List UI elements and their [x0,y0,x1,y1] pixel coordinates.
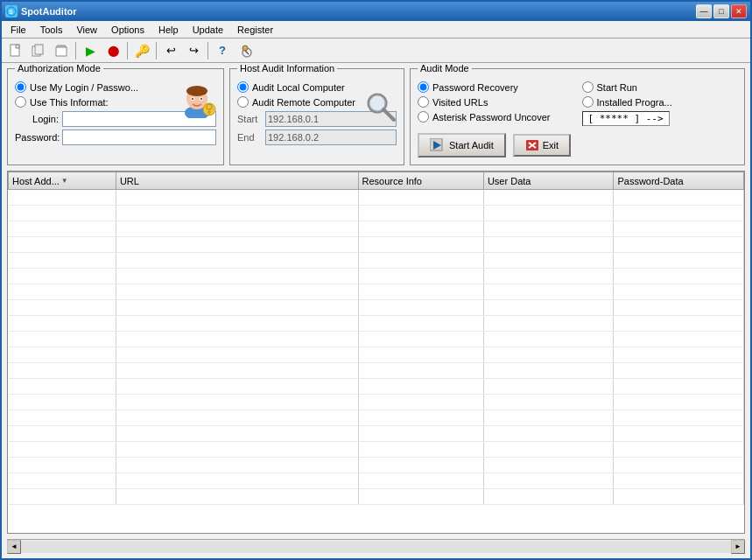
col-header-hostaddr[interactable]: Host Add... ▼ [9,172,116,190]
menu-bar: FileToolsViewOptionsHelpUpdateRegister [2,21,750,38]
svg-text:S: S [9,9,13,15]
auth-radio-thisinfo-input[interactable] [15,96,26,108]
audit-mode-title: Audit Mode [418,63,472,74]
host-radio-remote-input[interactable] [237,96,249,108]
start-audit-button[interactable]: Start Audit [418,133,506,158]
toolbar-run[interactable]: ▶ [80,41,101,60]
col-pwdata-label: Password-Data [617,176,683,186]
audit-radio-visited-input[interactable] [418,96,429,108]
audit-radio-startrun-label: Start Run [597,82,637,93]
top-row: Authorization Mode [7,68,745,165]
audit-radio-installed-input[interactable] [582,96,594,108]
menu-item-register[interactable]: Register [230,23,280,37]
audit-radio-visited[interactable]: Visited URLs [418,96,573,108]
toolbar-back[interactable]: ↩ [160,41,181,60]
toolbar-sep1 [75,42,76,60]
title-bar-controls: — □ ✕ [696,4,747,18]
audit-radio-startrun[interactable]: Start Run [582,81,738,93]
horizontal-scrollbar[interactable]: ◄ ► [7,539,745,553]
scroll-left-arrow[interactable]: ◄ [7,540,21,554]
end-row: End [237,130,397,145]
end-input[interactable] [265,130,397,145]
table-row [9,442,744,458]
close-button[interactable]: ✕ [731,4,747,18]
exit-label: Exit [543,140,559,150]
toolbar-copy[interactable] [28,41,49,60]
menu-item-tools[interactable]: Tools [33,23,70,37]
toolbar-help[interactable]: ? [212,41,233,60]
table-row [9,316,744,332]
menu-item-view[interactable]: View [69,23,104,37]
audit-mode-panel: Audit Mode Password Recovery Visited URL… [410,68,745,165]
toolbar-forward[interactable]: ↪ [183,41,204,60]
col-header-pwdata[interactable]: Password-Data [614,172,744,190]
toolbar-info[interactable] [235,41,256,60]
host-panel-title: Host Audit Information [237,63,337,74]
svg-rect-6 [56,47,67,56]
table-row [9,410,744,426]
toolbar: ▶ ⬤ 🔑 ↩ ↪ ? [2,38,750,63]
col-header-resource[interactable]: Resource Info [358,172,483,190]
menu-item-help[interactable]: Help [151,23,186,37]
toolbar-stop[interactable]: ⬤ [102,41,123,60]
table-row [9,269,744,284]
start-label: Start [237,114,262,124]
table-row [9,206,744,221]
auth-radio-mylogin-input[interactable] [15,81,26,93]
table-row [9,379,744,395]
app-title: SpotAuditor [21,6,77,17]
host-radio-local-input[interactable] [237,81,249,93]
audit-radio-pwrecov-input[interactable] [418,81,429,93]
table-row [9,473,744,489]
table-row [9,458,744,473]
col-header-url[interactable]: URL [116,172,358,190]
avatar [178,80,216,118]
menu-item-file[interactable]: File [4,23,33,37]
audit-col1: Password Recovery Visited URLs Asterisk … [418,81,573,126]
audit-radio-startrun-input[interactable] [582,81,594,93]
table-row [9,347,744,363]
audit-radio-installed-label: Installed Progra... [597,97,672,108]
svg-line-9 [245,51,249,54]
table-row [9,395,744,410]
host-radio-local-label: Audit Local Computer [252,82,345,93]
minimize-button[interactable]: — [696,4,712,18]
auth-panel: Authorization Mode [7,68,224,165]
svg-rect-4 [35,45,43,54]
exit-button[interactable]: Exit [513,134,571,157]
col-hostaddr-label: Host Add... [12,176,60,186]
col-header-userdata[interactable]: User Data [483,172,614,190]
table-row [9,300,744,316]
start-audit-label: Start Audit [449,140,494,150]
data-table-container: Host Add... ▼ URL Resource Info User Dat… [7,171,745,534]
toolbar-key[interactable]: 🔑 [131,41,152,60]
audit-radio-pwrecov[interactable]: Password Recovery [418,81,573,93]
maximize-button[interactable]: □ [713,4,729,18]
toolbar-new[interactable] [5,41,26,60]
svg-point-16 [200,98,202,100]
scroll-track[interactable] [21,541,731,553]
audit-col2: Start Run Installed Progra... [ ***** ] … [582,81,738,126]
audit-radio-installed[interactable]: Installed Progra... [582,96,738,108]
table-row [9,221,744,237]
table-body [9,190,744,505]
title-bar: S SpotAuditor — □ ✕ [2,2,750,21]
end-label: End [237,132,262,143]
svg-point-15 [192,98,193,100]
audit-radio-asterisk-label: Asterisk Password Uncover [432,112,551,122]
password-input[interactable] [62,130,216,145]
menu-item-options[interactable]: Options [104,23,151,37]
auth-panel-title: Authorization Mode [15,63,103,74]
col-url-label: URL [120,176,139,186]
toolbar-paste[interactable] [51,41,72,60]
audit-radio-asterisk-input[interactable] [418,111,429,122]
svg-point-12 [186,86,207,96]
password-row: Password: [15,130,216,145]
audit-radio-asterisk[interactable]: Asterisk Password Uncover [418,111,573,122]
menu-item-update[interactable]: Update [186,23,230,37]
password-label: Password: [15,132,59,143]
scroll-right-arrow[interactable]: ► [731,540,745,554]
table-row [9,253,744,269]
svg-point-8 [242,46,248,51]
table-row [9,332,744,347]
